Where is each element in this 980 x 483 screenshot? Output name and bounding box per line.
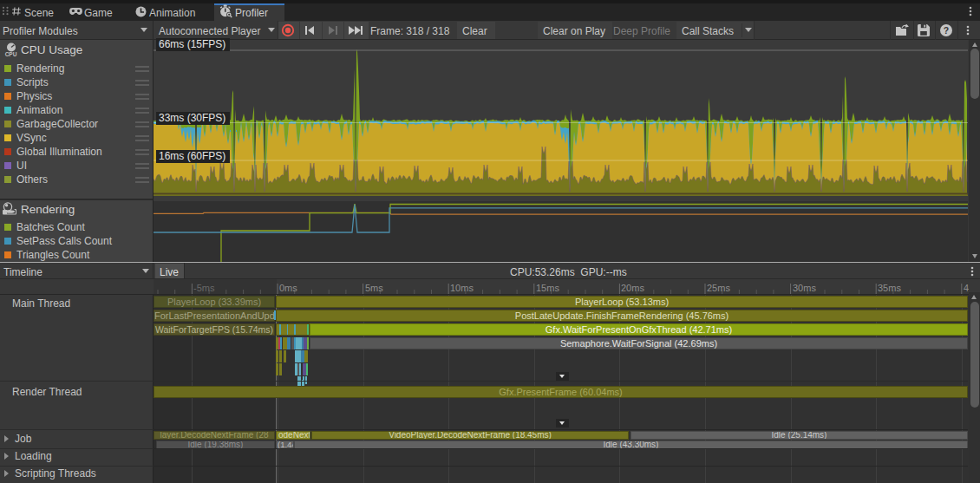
svg-text:CPU: CPU xyxy=(5,51,17,57)
svg-text:?: ? xyxy=(944,25,949,36)
